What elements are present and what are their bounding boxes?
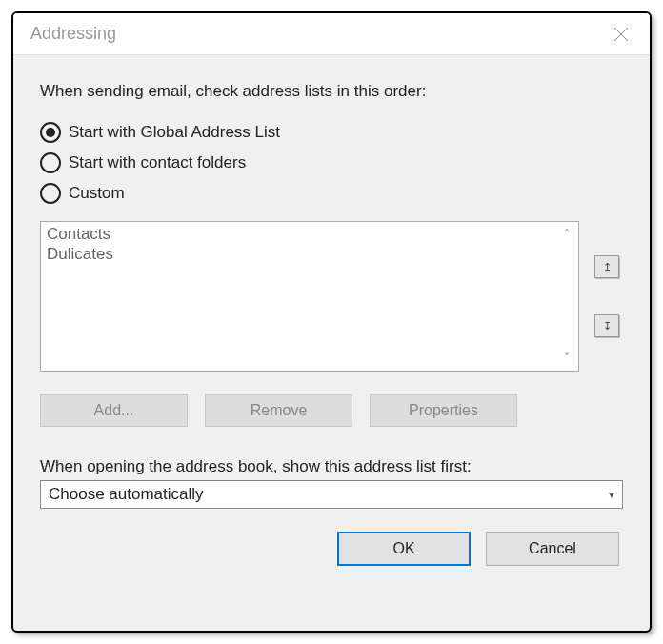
- dialog-footer: OK Cancel: [40, 532, 623, 566]
- section2-label: When opening the address book, show this…: [40, 457, 623, 476]
- scroll-down-icon[interactable]: ˅: [564, 352, 570, 365]
- ok-button[interactable]: OK: [337, 532, 471, 566]
- radio-icon: [40, 152, 61, 173]
- addressing-dialog: Addressing When sending email, check add…: [11, 11, 652, 633]
- radio-icon: [40, 122, 61, 143]
- remove-button: Remove: [205, 394, 352, 427]
- list-item[interactable]: Dulicates: [47, 244, 550, 264]
- chevron-down-icon: ▾: [609, 488, 614, 501]
- default-list-dropdown[interactable]: Choose automatically ▾: [40, 480, 623, 509]
- properties-button: Properties: [370, 394, 517, 427]
- scrollbar[interactable]: ˄ ˅: [555, 222, 578, 371]
- add-button: Add...: [40, 394, 188, 427]
- reorder-buttons: ↥ ↧: [591, 221, 623, 372]
- list-item[interactable]: Contacts: [47, 224, 550, 244]
- close-button[interactable]: [600, 15, 642, 53]
- arrow-up-icon: ↥: [603, 261, 612, 273]
- radio-label: Custom: [69, 184, 125, 203]
- dialog-content: When sending email, check address lists …: [13, 55, 650, 631]
- list-items: Contacts Dulicates: [41, 222, 555, 371]
- scroll-up-icon[interactable]: ˄: [564, 228, 570, 241]
- radio-start-contacts[interactable]: Start with contact folders: [40, 152, 623, 173]
- radio-custom[interactable]: Custom: [40, 183, 623, 204]
- close-icon: [613, 26, 630, 43]
- dropdown-value: Choose automatically: [49, 485, 204, 504]
- dialog-title: Addressing: [30, 24, 116, 44]
- address-listbox[interactable]: Contacts Dulicates ˄ ˅: [40, 221, 579, 372]
- radio-icon: [40, 183, 61, 204]
- radio-start-gal[interactable]: Start with Global Address List: [40, 122, 623, 143]
- radio-label: Start with Global Address List: [69, 123, 280, 142]
- radio-group: Start with Global Address List Start wit…: [40, 122, 623, 213]
- cancel-button[interactable]: Cancel: [486, 532, 619, 566]
- radio-label: Start with contact folders: [69, 153, 246, 172]
- list-row: Contacts Dulicates ˄ ˅ ↥ ↧: [40, 221, 623, 372]
- arrow-down-icon: ↧: [603, 320, 612, 332]
- titlebar: Addressing: [13, 13, 650, 55]
- instruction-label: When sending email, check address lists …: [40, 82, 623, 101]
- move-up-button[interactable]: ↥: [594, 255, 619, 278]
- move-down-button[interactable]: ↧: [594, 314, 619, 337]
- list-actions: Add... Remove Properties: [40, 394, 623, 427]
